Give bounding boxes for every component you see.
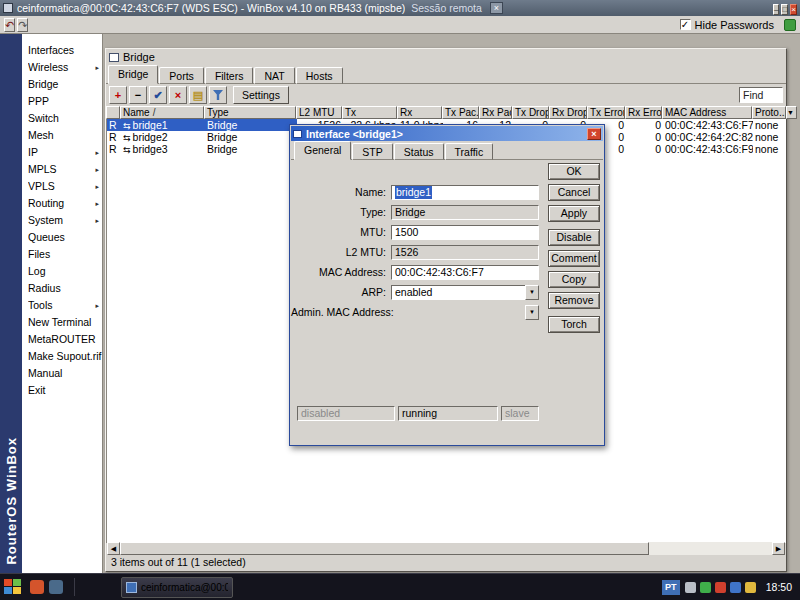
column-header-rx_errors[interactable]: Rx Errors <box>625 106 662 119</box>
column-header-type[interactable]: Type <box>204 106 296 119</box>
dropdown-arrow-icon[interactable]: ▼ <box>525 285 539 300</box>
tab-hosts[interactable]: Hosts <box>296 67 343 84</box>
sidebar-item-log[interactable]: Log <box>22 263 102 280</box>
tab-nat[interactable]: NAT <box>254 67 294 84</box>
sidebar-item-manual[interactable]: Manual <box>22 365 102 382</box>
mac-address-field[interactable]: 00:0C:42:43:C6:F7 <box>391 265 539 280</box>
disable-button[interactable]: × <box>169 86 187 104</box>
minimize-icon[interactable]: – <box>773 4 779 15</box>
sidebar-item-wireless[interactable]: Wireless▸ <box>22 59 102 76</box>
l2-mtu-field[interactable]: 1526 <box>391 245 539 260</box>
tray-network-icon[interactable] <box>730 582 741 593</box>
column-header-rx[interactable]: Rx <box>397 106 442 119</box>
torch-button[interactable]: Torch <box>548 316 600 333</box>
column-header-name[interactable]: Name/ <box>120 106 204 119</box>
sidebar-item-queues[interactable]: Queues <box>22 229 102 246</box>
language-indicator[interactable]: PT <box>662 580 680 595</box>
type-field[interactable]: Bridge <box>391 205 539 220</box>
comment-button[interactable]: ▤ <box>189 86 207 104</box>
tray-update-icon[interactable] <box>745 582 756 593</box>
column-header-tx[interactable]: Tx <box>342 106 397 119</box>
column-menu-icon[interactable]: ▼ <box>787 109 796 116</box>
redo-icon[interactable]: ↷ <box>17 18 28 32</box>
sidebar-item-mesh[interactable]: Mesh <box>22 127 102 144</box>
admin-mac-address-field[interactable] <box>391 305 539 320</box>
sidebar-item-files[interactable]: Files <box>22 246 102 263</box>
sidebar-item-new-terminal[interactable]: New Terminal <box>22 314 102 331</box>
bridge-window-titlebar[interactable]: Bridge <box>106 49 786 65</box>
cell-name: ⇆bridge2 <box>121 131 205 143</box>
sidebar-item-vpls[interactable]: VPLS▸ <box>22 178 102 195</box>
apply-button[interactable]: Apply <box>548 205 600 222</box>
sidebar-item-radius[interactable]: Radius <box>22 280 102 297</box>
sidebar-item-ppp[interactable]: PPP <box>22 93 102 110</box>
scroll-left-icon[interactable]: ◀ <box>107 542 120 555</box>
settings-button[interactable]: Settings <box>233 86 289 104</box>
sidebar-item-interfaces[interactable]: Interfaces <box>22 42 102 59</box>
sidebar-item-label: Queues <box>28 229 102 246</box>
column-header-l2mtu[interactable]: L2 MTU <box>296 106 342 119</box>
hide-passwords-checkbox[interactable]: ✓ <box>680 19 691 30</box>
sidebar-item-make-supout-rif[interactable]: Make Supout.rif <box>22 348 102 365</box>
session-close-icon[interactable]: × <box>490 2 503 14</box>
column-header-tx_packets[interactable]: Tx Pac... <box>442 106 479 119</box>
cancel-button[interactable]: Cancel <box>548 184 600 201</box>
disable-button[interactable]: Disable <box>548 229 600 246</box>
sidebar-item-switch[interactable]: Switch <box>22 110 102 127</box>
scrollbar-thumb[interactable] <box>120 542 649 555</box>
sidebar-item-tools[interactable]: Tools▸ <box>22 297 102 314</box>
dialog-tab-stp[interactable]: STP <box>352 143 392 160</box>
start-button[interactable] <box>4 579 22 595</box>
mtu-field[interactable]: 1500 <box>391 225 539 240</box>
dialog-close-icon[interactable]: × <box>587 128 601 140</box>
sidebar-item-system[interactable]: System▸ <box>22 212 102 229</box>
comment-button[interactable]: Comment <box>548 250 600 267</box>
tray-alert-icon[interactable] <box>715 582 726 593</box>
column-header-rx_packets[interactable]: Rx Pac... <box>479 106 512 119</box>
ok-button[interactable]: OK <box>548 163 600 180</box>
tab-filters[interactable]: Filters <box>205 67 254 84</box>
winbox-toolbar: ↶↷ ✓ Hide Passwords <box>0 16 800 34</box>
column-header-label: MAC Address <box>665 107 726 118</box>
dialog-titlebar[interactable]: Interface <bridge1> × <box>291 126 603 141</box>
column-header-tx_drops[interactable]: Tx Drops <box>512 106 549 119</box>
sidebar-item-routing[interactable]: Routing▸ <box>22 195 102 212</box>
tray-antivirus-icon[interactable] <box>700 582 711 593</box>
dialog-tab-general[interactable]: General <box>294 141 351 160</box>
scroll-right-icon[interactable]: ▶ <box>772 542 785 555</box>
sidebar-item-mpls[interactable]: MPLS▸ <box>22 161 102 178</box>
close-icon[interactable]: × <box>790 4 797 15</box>
column-header-rx_drops[interactable]: Rx Drops <box>549 106 587 119</box>
filter-button[interactable] <box>209 86 227 104</box>
tab-ports[interactable]: Ports <box>159 67 204 84</box>
find-input[interactable]: Find <box>739 87 783 103</box>
taskbar-winbox-button[interactable]: ceinformatica@00:0... <box>121 577 233 598</box>
sidebar-item-metarouter[interactable]: MetaROUTER <box>22 331 102 348</box>
quicklaunch-browser-icon[interactable] <box>30 580 44 594</box>
tab-bridge[interactable]: Bridge <box>108 65 158 84</box>
sidebar-item-label: Interfaces <box>28 42 102 59</box>
arp-field[interactable]: enabled <box>391 285 539 300</box>
column-header-protocol[interactable]: Proto... <box>752 106 786 119</box>
column-header-tx_errors[interactable]: Tx Errors <box>587 106 625 119</box>
remove-button[interactable]: − <box>129 86 147 104</box>
tray-display-icon[interactable] <box>685 582 696 593</box>
add-icon: + <box>115 89 121 101</box>
horizontal-scrollbar[interactable]: ◀ ▶ <box>107 542 785 555</box>
add-button[interactable]: + <box>109 86 127 104</box>
quicklaunch-app-icon[interactable] <box>49 580 63 594</box>
sidebar-item-ip[interactable]: IP▸ <box>22 144 102 161</box>
sidebar-item-bridge[interactable]: Bridge <box>22 76 102 93</box>
name-field[interactable]: bridge1 <box>391 185 539 200</box>
enable-button[interactable]: ✔ <box>149 86 167 104</box>
dialog-tab-traffic[interactable]: Traffic <box>445 143 494 160</box>
undo-icon[interactable]: ↶ <box>4 18 15 32</box>
column-header-mac[interactable]: MAC Address <box>662 106 752 119</box>
column-header-flag[interactable] <box>106 106 120 119</box>
dropdown-arrow-icon[interactable]: ▼ <box>525 305 539 320</box>
restore-icon[interactable]: □ <box>781 4 788 15</box>
remove-button[interactable]: Remove <box>548 292 600 309</box>
dialog-tab-status[interactable]: Status <box>394 143 444 160</box>
sidebar-item-exit[interactable]: Exit <box>22 382 102 399</box>
copy-button[interactable]: Copy <box>548 271 600 288</box>
